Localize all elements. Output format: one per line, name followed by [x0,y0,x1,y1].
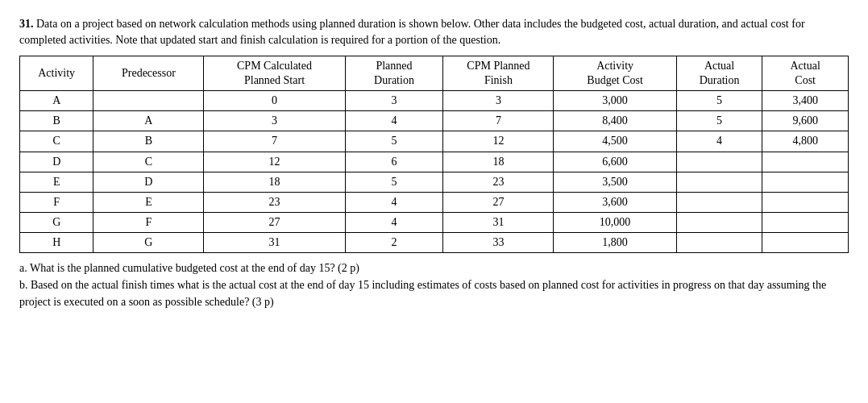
cell-actual-cost: 3,400 [762,90,849,110]
header-actual-cost: ActualCost [762,56,849,90]
cell-activity: H [20,233,93,253]
cell-activity: A [20,90,93,110]
cell-activity: D [20,152,93,172]
cell-predecessor: E [93,192,204,212]
cell-planned-dur: 5 [345,172,443,192]
question-text: 31. Data on a project based on network c… [19,16,849,49]
cell-actual-dur [676,172,762,192]
cell-actual-dur: 5 [676,111,762,131]
answer-a: a. What is the planned cumulative budget… [19,260,849,276]
table-row: C B 7 5 12 4,500 4 4,800 [20,131,849,152]
header-budget-cost: ActivityBudget Cost [554,56,676,90]
cell-actual-cost [762,192,849,212]
cell-cpm-start: 31 [204,233,345,253]
table-row: F E 23 4 27 3,600 [20,192,849,212]
table-row: A 0 3 3 3,000 5 3,400 [20,90,849,110]
cell-actual-dur: 5 [676,90,762,110]
cell-budget-cost: 8,400 [554,111,676,131]
cell-cpm-start: 23 [204,192,345,212]
cell-budget-cost: 3,500 [554,172,676,192]
cell-predecessor: C [93,152,204,172]
cell-predecessor: G [93,233,204,253]
cell-budget-cost: 6,600 [554,152,676,172]
table-row: B A 3 4 7 8,400 5 9,600 [20,111,849,131]
cell-cpm-finish: 3 [443,90,554,110]
cell-activity: B [20,111,93,131]
header-predecessor: Predecessor [93,56,204,90]
cell-actual-cost [762,152,849,172]
table-row: D C 12 6 18 6,600 [20,152,849,172]
cell-planned-dur: 6 [345,152,443,172]
cell-actual-cost [762,213,849,233]
cell-budget-cost: 4,500 [554,131,676,152]
question-number: 31. [19,18,34,30]
cell-cpm-start: 12 [204,152,345,172]
cell-budget-cost: 10,000 [554,213,676,233]
cell-cpm-finish: 23 [443,172,554,192]
cell-planned-dur: 2 [345,233,443,253]
header-planned-duration: PlannedDuration [345,56,443,90]
question-intro: Data on a project based on network calcu… [19,18,805,46]
cell-cpm-finish: 33 [443,233,554,253]
cell-activity: F [20,192,93,212]
cell-planned-dur: 3 [345,90,443,110]
table-row: G F 27 4 31 10,000 [20,213,849,233]
cell-activity: C [20,131,93,152]
cell-cpm-finish: 18 [443,152,554,172]
header-actual-duration: ActualDuration [676,56,762,90]
table-row: E D 18 5 23 3,500 [20,172,849,192]
cell-budget-cost: 3,000 [554,90,676,110]
cell-cpm-finish: 27 [443,192,554,212]
cell-cpm-start: 18 [204,172,345,192]
cell-actual-dur [676,192,762,212]
cell-cpm-finish: 31 [443,213,554,233]
cell-budget-cost: 3,600 [554,192,676,212]
cell-budget-cost: 1,800 [554,233,676,253]
cell-cpm-start: 0 [204,90,345,110]
cell-planned-dur: 4 [345,213,443,233]
cell-cpm-finish: 12 [443,131,554,152]
cell-actual-cost [762,233,849,253]
header-activity: Activity [20,56,93,90]
cell-planned-dur: 5 [345,131,443,152]
project-table: Activity Predecessor CPM CalculatedPlann… [19,56,849,254]
cell-predecessor: D [93,172,204,192]
cell-actual-dur [676,213,762,233]
cell-actual-cost: 4,800 [762,131,849,152]
cell-activity: G [20,213,93,233]
cell-cpm-finish: 7 [443,111,554,131]
cell-predecessor [93,90,204,110]
answer-b: b. Based on the actual finish times what… [19,276,849,310]
cell-planned-dur: 4 [345,192,443,212]
cell-predecessor: F [93,213,204,233]
cell-actual-dur [676,152,762,172]
cell-predecessor: B [93,131,204,152]
cell-actual-dur: 4 [676,131,762,152]
cell-actual-dur [676,233,762,253]
header-cpm-finish: CPM PlannedFinish [443,56,554,90]
cell-activity: E [20,172,93,192]
cell-cpm-start: 3 [204,111,345,131]
table-row: H G 31 2 33 1,800 [20,233,849,253]
answer-section: a. What is the planned cumulative budget… [19,260,849,310]
cell-actual-cost [762,172,849,192]
cell-planned-dur: 4 [345,111,443,131]
cell-cpm-start: 27 [204,213,345,233]
cell-cpm-start: 7 [204,131,345,152]
cell-predecessor: A [93,111,204,131]
header-cpm-start: CPM CalculatedPlanned Start [204,56,345,90]
cell-actual-cost: 9,600 [762,111,849,131]
